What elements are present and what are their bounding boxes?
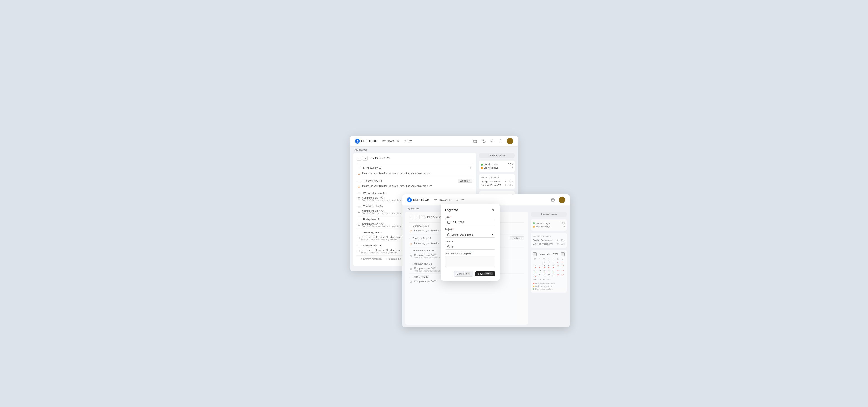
calendar-icon-2 — [550, 197, 556, 202]
modal-close-button[interactable]: ✕ — [491, 208, 495, 213]
modal-project-field: Project * Design Department ▾ — [445, 228, 495, 238]
logo-text: ELIFTECH — [361, 139, 377, 143]
breadcrumb: My Tracker — [350, 147, 518, 153]
sickness-dot — [481, 167, 483, 169]
svg-rect-14 — [551, 198, 555, 201]
save-button[interactable]: Save Shift ↵ — [475, 271, 495, 276]
nav-crew-2: CREW — [456, 198, 464, 202]
telegram-icon: ✈ — [385, 258, 387, 260]
weekly-item-design: Design Department 0h / 20h — [481, 180, 513, 183]
day-dots-fri: --:-- — [357, 218, 362, 221]
weekly-limits-title: WEEKLY LIMITS — [481, 176, 513, 179]
avatar[interactable] — [507, 138, 513, 144]
duration-label: Duration * — [445, 240, 495, 243]
nav-my-tracker-2: MY TRACKER — [434, 198, 452, 202]
project-icon — [447, 233, 450, 236]
weekly-limits: WEEKLY LIMITS Design Department 0h / 20h… — [479, 174, 515, 189]
weekly-item-eliftech: ElifTech Website V4 0h / 20h — [481, 183, 513, 187]
svg-rect-3 — [473, 140, 477, 143]
warning-icon-tue: ⊙ — [358, 185, 360, 188]
search-icon[interactable] — [490, 138, 495, 144]
svg-rect-20 — [447, 234, 450, 236]
day-name-thu: Thursday, Nov 16 — [363, 205, 383, 208]
modal-title: Log time — [445, 208, 458, 212]
log-time-2: Log time + — [510, 236, 524, 240]
day-dots-wed: --:-- — [357, 192, 362, 194]
cancel-button[interactable]: Cancel Esc — [454, 271, 473, 277]
cal-legend-2: Day you have to track Holiday / Weekend … — [533, 282, 565, 290]
prev-week-button[interactable]: ‹ — [357, 156, 361, 160]
date-value: 13.11.2023 — [452, 221, 464, 224]
leave-info: Vacation days 7.09 Sickness days 9 — [479, 160, 515, 172]
project-hours-1: 0h / 20h — [504, 184, 513, 186]
svg-point-12 — [409, 199, 410, 200]
vacation-label: Vacation days — [484, 163, 498, 166]
day-dots-mon: --:-- — [357, 167, 362, 169]
chrome-icon: ⊕ — [360, 258, 362, 260]
telegram-bot-link[interactable]: ✈ Telegram Bot — [385, 258, 401, 260]
duration-value: 8 — [452, 245, 453, 248]
blocked-icon-thu: ⊠ — [358, 210, 360, 213]
day-name-tue: Tuesday, Nov 14 — [363, 180, 382, 182]
day-dots-thu: --:-- — [357, 205, 362, 208]
cal-title-nov: November 2023 — [539, 253, 558, 255]
chrome-extension-link[interactable]: ⊕ Chrome extension — [360, 258, 381, 260]
modal-duration-field: Duration * 8 — [445, 240, 495, 250]
week-label: 13 - 19 Nov 2023 — [369, 157, 390, 160]
project-hours-0: 0h / 20h — [504, 181, 513, 183]
what-label: What are you working on? * — [445, 252, 495, 255]
cancel-kbd: Esc — [465, 273, 470, 275]
leave-info-2: Vacation days 7.09 Sickness days 9 — [531, 219, 567, 231]
project-name-0: Design Department — [481, 181, 500, 183]
svg-point-1 — [357, 140, 358, 141]
msg-text-sat: Try to get a little sleep, Monday is soo… — [361, 236, 403, 238]
work-textarea[interactable] — [445, 256, 495, 267]
help-icon[interactable]: ? — [481, 138, 487, 144]
weekend-icon-sun: □ — [358, 249, 360, 253]
notification-icon[interactable] — [498, 138, 504, 144]
duration-input[interactable]: 8 — [445, 244, 495, 250]
logo-icon-2 — [407, 197, 412, 202]
weekly-limits-2: WEEKLY LIMITS Design Department0h / 20h … — [531, 233, 567, 248]
day-name-mon: Monday, Nov 13 — [363, 166, 381, 169]
vacation-dot — [481, 164, 483, 165]
svg-text:?: ? — [483, 140, 485, 143]
right-panel-2: Request leave Vacation days 7.09 Sicknes… — [531, 212, 567, 325]
request-leave-2: Request leave — [531, 212, 567, 217]
project-value: Design Department — [452, 233, 473, 236]
avatar-2 — [559, 197, 565, 203]
date-label: Date * — [445, 216, 495, 218]
logo-text-2: ELIFTECH — [413, 198, 430, 201]
calendar-icon[interactable] — [472, 138, 478, 144]
project-label: Project * — [445, 228, 495, 231]
day-dots-sat: --:-- — [357, 231, 362, 234]
telegram-label: Telegram Bot — [388, 258, 401, 260]
logo: ELIFTECH — [355, 138, 377, 144]
log-time-modal: Log time ✕ Date * 13.11.2023 Project — [441, 204, 500, 281]
select-chevron-icon: ▾ — [492, 233, 493, 236]
modal-date-field: Date * 13.11.2023 — [445, 216, 495, 225]
logo-2: ELIFTECH — [407, 197, 430, 202]
project-select[interactable]: Design Department ▾ — [445, 231, 495, 238]
clock-icon — [447, 245, 450, 248]
svg-rect-16 — [447, 221, 450, 224]
msg-sub-sat: But we don't insist, track if you want. — [361, 238, 403, 241]
next-week-2: › — [415, 215, 420, 219]
nav-crew[interactable]: CREW — [404, 139, 412, 143]
day-name-wed: Wednesday, Nov 15 — [363, 192, 385, 194]
date-input[interactable]: 13.11.2023 — [445, 219, 495, 225]
svg-point-2 — [356, 141, 358, 143]
msg-text-tue: Please log your time for this day, or ma… — [362, 185, 432, 187]
calendar-input-icon — [447, 221, 450, 224]
day-name-sun: Sunday, Nov 19 — [363, 244, 381, 247]
day-dots-sun: --:-- — [357, 244, 362, 247]
next-week-button[interactable]: › — [363, 156, 368, 160]
day-add-mon[interactable]: + — [468, 166, 472, 170]
request-leave-button[interactable]: Request leave — [479, 153, 515, 158]
save-kbd: Shift ↵ — [485, 273, 493, 275]
log-time-button-tue[interactable]: Log time + — [458, 179, 472, 183]
sickness-label: Sickness days — [484, 167, 498, 169]
nav-my-tracker[interactable]: MY TRACKER — [382, 139, 399, 143]
svg-point-13 — [408, 200, 410, 201]
blocked-icon-fri: ⊠ — [358, 223, 360, 226]
